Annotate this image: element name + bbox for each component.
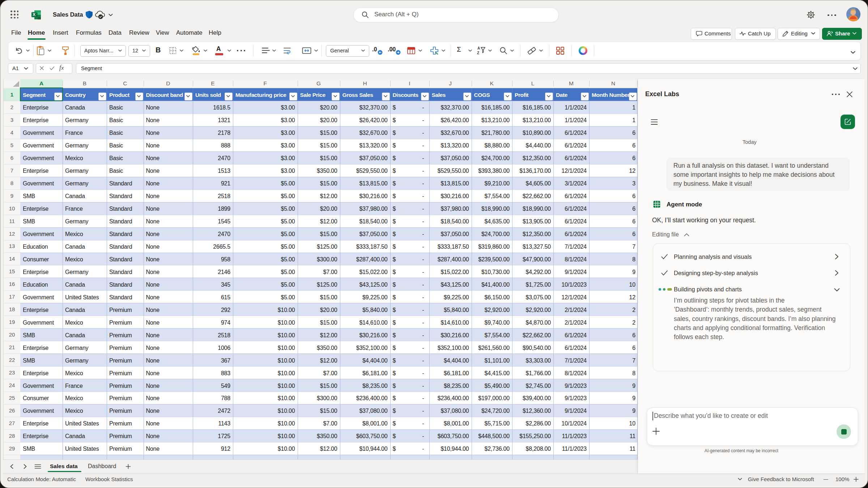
svg-text:A: A (477, 46, 480, 50)
svg-text:X: X (33, 12, 35, 16)
svg-text:Z: Z (477, 51, 479, 55)
